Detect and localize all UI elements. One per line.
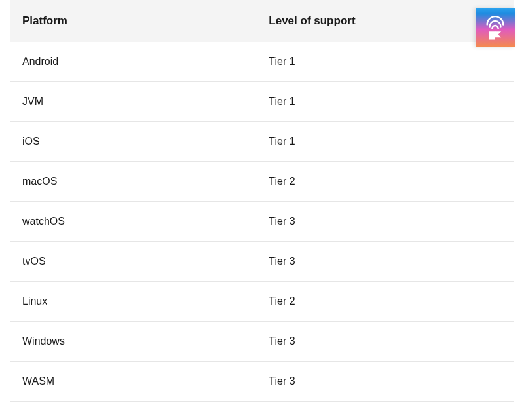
cell-support: Tier 1: [257, 82, 514, 122]
table-row: iOS Tier 1: [10, 122, 514, 162]
table-row: JVM Tier 1: [10, 82, 514, 122]
table-row: Linux Tier 2: [10, 282, 514, 322]
cell-support: Tier 1: [257, 42, 514, 82]
cell-support: Tier 3: [257, 202, 514, 242]
cell-platform: watchOS: [10, 202, 257, 242]
cell-support: Tier 3: [257, 322, 514, 362]
support-table-container: Platform Level of support Android Tier 1…: [0, 0, 524, 402]
cell-support: Tier 2: [257, 162, 514, 202]
cell-platform: Android: [10, 42, 257, 82]
table-row: Windows Tier 3: [10, 322, 514, 362]
table-header-row: Platform Level of support: [10, 0, 514, 42]
broadcast-k-icon: [480, 12, 510, 43]
table-row: tvOS Tier 3: [10, 242, 514, 282]
cell-platform: Windows: [10, 322, 257, 362]
cell-support: Tier 2: [257, 282, 514, 322]
header-platform: Platform: [10, 0, 257, 42]
cell-support: Tier 1: [257, 122, 514, 162]
table-row: watchOS Tier 3: [10, 202, 514, 242]
cell-platform: WASM: [10, 362, 257, 402]
cell-platform: macOS: [10, 162, 257, 202]
support-table: Platform Level of support Android Tier 1…: [10, 0, 514, 402]
cell-platform: Linux: [10, 282, 257, 322]
cell-platform: JVM: [10, 82, 257, 122]
cell-support: Tier 3: [257, 242, 514, 282]
table-row: macOS Tier 2: [10, 162, 514, 202]
table-row: Android Tier 1: [10, 42, 514, 82]
table-row: WASM Tier 3: [10, 362, 514, 402]
cell-platform: tvOS: [10, 242, 257, 282]
cell-support: Tier 3: [257, 362, 514, 402]
cell-platform: iOS: [10, 122, 257, 162]
kotlin-conf-icon: [476, 8, 515, 47]
table-body: Android Tier 1 JVM Tier 1 iOS Tier 1 mac…: [10, 42, 514, 402]
